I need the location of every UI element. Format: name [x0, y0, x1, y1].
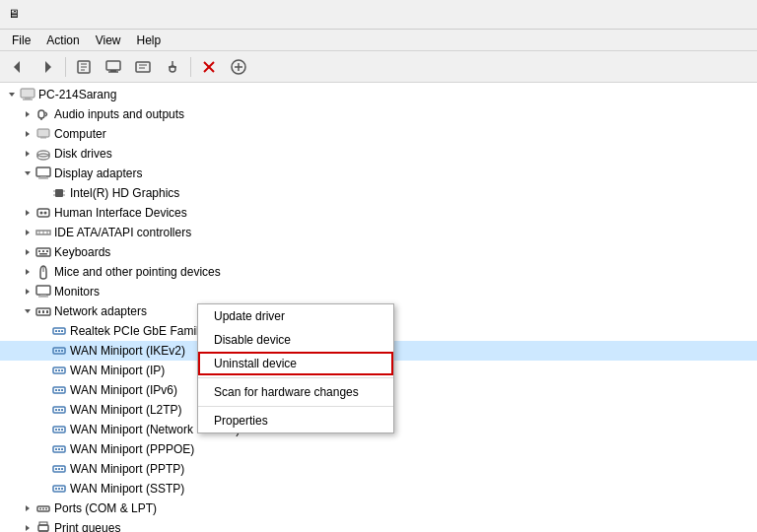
- toolbar-back[interactable]: [4, 54, 32, 80]
- tree-item-ide[interactable]: IDE ATA/ATAPI controllers: [0, 223, 757, 242]
- item-label-wan4: WAN Miniport (L2TP): [70, 403, 182, 417]
- item-label-wan3: WAN Miniport (IPv6): [70, 383, 177, 397]
- tree-item-ports[interactable]: Ports (COM & LPT): [0, 499, 757, 518]
- expand-arrow-mice[interactable]: [20, 264, 35, 280]
- item-label-wan1: WAN Miniport (IKEv2): [70, 344, 185, 358]
- svg-rect-95: [61, 448, 63, 450]
- tree-item-disk[interactable]: Disk drives: [0, 144, 757, 164]
- expand-arrow-pc[interactable]: [4, 87, 20, 102]
- context-menu-item-scan[interactable]: Scan for hardware changes: [198, 380, 393, 404]
- expand-arrow-hid[interactable]: [20, 205, 35, 221]
- item-icon-disk: [35, 146, 51, 162]
- item-icon-wan2: [51, 363, 67, 378]
- svg-marker-25: [26, 131, 30, 137]
- expand-arrow-wan4: [35, 402, 51, 418]
- tree-item-keyboards[interactable]: Keyboards: [0, 242, 757, 262]
- svg-rect-97: [55, 468, 57, 470]
- tree-item-monitors[interactable]: Monitors: [0, 282, 757, 301]
- expand-arrow-ports[interactable]: [20, 500, 35, 516]
- tree-item-wan6[interactable]: WAN Miniport (PPPOE): [0, 439, 757, 459]
- svg-marker-59: [26, 289, 30, 295]
- toolbar-add[interactable]: [225, 54, 252, 80]
- item-icon-wan7: [51, 461, 67, 477]
- expand-arrow-keyboards[interactable]: [20, 244, 35, 260]
- menu-help[interactable]: Help: [129, 32, 170, 49]
- svg-rect-83: [61, 389, 63, 391]
- toolbar-update[interactable]: [159, 54, 186, 80]
- svg-rect-27: [40, 137, 46, 139]
- toolbar-forward[interactable]: [34, 54, 61, 80]
- menu-view[interactable]: View: [88, 32, 129, 49]
- expand-arrow-audio[interactable]: [20, 106, 35, 122]
- svg-marker-42: [26, 210, 30, 216]
- context-menu-item-disable[interactable]: Disable device: [198, 328, 393, 352]
- item-icon-pc: [20, 87, 35, 102]
- context-menu-item-uninstall[interactable]: Uninstall device: [198, 352, 393, 375]
- item-icon-realtek: [51, 323, 67, 339]
- svg-rect-71: [61, 330, 63, 332]
- tree-item-mice[interactable]: Mice and other pointing devices: [0, 262, 757, 282]
- close-button[interactable]: [704, 0, 749, 30]
- svg-marker-104: [26, 505, 30, 511]
- item-label-intel: Intel(R) HD Graphics: [70, 186, 179, 200]
- context-menu-item-props[interactable]: Properties: [198, 409, 393, 432]
- tree-item-hid[interactable]: Human Interface Devices: [0, 203, 757, 223]
- svg-marker-0: [14, 61, 20, 73]
- expand-arrow-print[interactable]: [20, 520, 35, 532]
- item-icon-display: [35, 166, 51, 181]
- expand-arrow-computer[interactable]: [20, 126, 35, 142]
- expand-arrow-network[interactable]: [20, 303, 35, 319]
- toolbar-sep-2: [190, 57, 191, 77]
- tree-item-intel[interactable]: Intel(R) HD Graphics: [0, 183, 757, 203]
- expand-arrow-disk[interactable]: [20, 146, 35, 162]
- expand-arrow-wan5: [35, 422, 51, 437]
- item-icon-wan8: [51, 481, 67, 497]
- svg-marker-51: [26, 249, 30, 255]
- item-icon-wan6: [51, 441, 67, 457]
- menu-action[interactable]: Action: [38, 32, 87, 49]
- item-label-disk: Disk drives: [54, 147, 112, 161]
- svg-rect-87: [61, 409, 63, 411]
- expand-arrow-realtek: [35, 323, 51, 339]
- svg-rect-43: [37, 209, 49, 217]
- minimize-button[interactable]: [609, 0, 654, 30]
- tree-item-computer[interactable]: Computer: [0, 124, 757, 144]
- menu-bar: File Action View Help: [0, 30, 757, 51]
- toolbar-driver[interactable]: [129, 54, 157, 80]
- toolbar-scan[interactable]: [100, 54, 127, 80]
- tree-item-audio[interactable]: Audio inputs and outputs: [0, 104, 757, 124]
- context-menu-item-update[interactable]: Update driver: [198, 304, 393, 328]
- svg-rect-98: [58, 468, 60, 470]
- svg-rect-66: [42, 310, 44, 313]
- toolbar: [0, 51, 757, 83]
- item-icon-intel: [51, 185, 67, 201]
- expand-arrow-display[interactable]: [20, 166, 35, 181]
- tree-item-display[interactable]: Display adapters: [0, 164, 757, 183]
- maximize-button[interactable]: [656, 0, 702, 30]
- expand-arrow-wan7: [35, 461, 51, 477]
- tree-item-wan8[interactable]: WAN Miniport (SSTP): [0, 479, 757, 499]
- svg-point-107: [42, 508, 44, 510]
- svg-point-45: [44, 212, 47, 215]
- svg-marker-109: [26, 525, 30, 531]
- svg-rect-75: [61, 350, 63, 352]
- svg-marker-33: [25, 171, 31, 175]
- expand-arrow-ide[interactable]: [20, 225, 35, 240]
- app-icon: 🖥: [8, 7, 24, 23]
- svg-rect-79: [61, 369, 63, 371]
- item-icon-wan1: [51, 343, 67, 359]
- tree-item-print[interactable]: Print queues: [0, 518, 757, 532]
- menu-file[interactable]: File: [4, 32, 38, 49]
- svg-rect-78: [58, 369, 60, 371]
- expand-arrow-monitors[interactable]: [20, 284, 35, 299]
- toolbar-uninstall[interactable]: [195, 54, 223, 80]
- item-icon-mice: [35, 264, 51, 280]
- tree-item-pc[interactable]: PC-214Sarang: [0, 85, 757, 104]
- svg-rect-67: [46, 310, 48, 313]
- item-label-audio: Audio inputs and outputs: [54, 107, 184, 121]
- svg-rect-54: [42, 250, 44, 252]
- tree-item-wan7[interactable]: WAN Miniport (PPTP): [0, 459, 757, 479]
- toolbar-properties[interactable]: [70, 54, 98, 80]
- svg-rect-34: [36, 167, 50, 176]
- svg-rect-9: [136, 62, 150, 72]
